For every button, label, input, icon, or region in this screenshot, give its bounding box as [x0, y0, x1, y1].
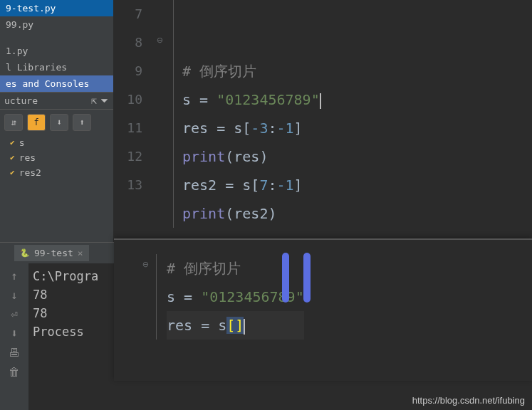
sort-icon[interactable]: ⇵ [4, 114, 23, 131]
text-caret [320, 93, 321, 109]
variable-item[interactable]: ✔s [0, 135, 113, 150]
text-caret [244, 319, 245, 335]
variable-item[interactable]: ✔res [0, 150, 113, 165]
matched-bracket: ] [235, 317, 244, 334]
fold-gutter: ⊖ [157, 0, 174, 228]
fold-end-icon[interactable]: ⊖ [157, 34, 162, 46]
settings-icon[interactable]: ⏷ [100, 95, 109, 106]
wrap-icon[interactable]: ⏎ [6, 308, 23, 321]
line-gutter: 7 8 9 10 11 12 13 [114, 0, 157, 228]
console-gutter: ↑ ↓ ⏎ ⬇ 🖶 🗑 [0, 263, 28, 410]
var-icon: ✔ [10, 168, 15, 177]
file-item[interactable]: 99.py [0, 16, 113, 33]
code-content[interactable]: # 倒序切片 s = "0123456789" res = s[] [157, 254, 304, 340]
var-icon: ✔ [10, 138, 15, 147]
close-icon[interactable]: × [78, 248, 83, 258]
tab-bar: 🐍 99-test × [0, 242, 114, 263]
fold-gutter: ⊖ [114, 254, 157, 340]
expand-icon[interactable]: ⬇ [50, 114, 68, 131]
comment: # 倒序切片 [182, 63, 256, 80]
code-editor-popup[interactable]: ⊖ # 倒序切片 s = "0123456789" res = s[] [114, 238, 532, 381]
matched-bracket: [ [226, 317, 235, 334]
variable-item[interactable]: ✔res2 [0, 165, 113, 180]
code-editor[interactable]: 7 8 9 10 11 12 13 ⊖ # 倒序切片 s = "01234567… [114, 0, 532, 228]
console-panel: ↑ ↓ ⏎ ⬇ 🖶 🗑 C:\Progra 78 78 Process [0, 263, 114, 410]
console-output[interactable]: C:\Progra 78 78 Process [28, 263, 103, 410]
editor-tab[interactable]: 🐍 99-test × [14, 245, 89, 261]
python-icon: 🐍 [20, 248, 30, 258]
watermark: https://blog.csdn.net/ifubing [412, 395, 525, 406]
structure-toolbar: ⇵ f ⬇ ⬆ [0, 110, 113, 135]
filter-fields-icon[interactable]: f [27, 114, 46, 131]
print-icon[interactable]: 🖶 [6, 346, 23, 359]
var-icon: ✔ [10, 153, 15, 162]
trash-icon[interactable]: 🗑 [6, 365, 23, 379]
file-item[interactable]: 9-test.py [0, 0, 113, 16]
collapse-icon[interactable]: ⇱ [91, 95, 97, 106]
collapse-all-icon[interactable]: ⬆ [73, 114, 91, 131]
structure-header: ucture ⇱ ⏷ [0, 92, 113, 110]
libs-item[interactable]: l Libraries [0, 59, 113, 75]
up-icon[interactable]: ↑ [6, 269, 23, 283]
fold-end-icon[interactable]: ⊖ [142, 258, 148, 270]
comment: # 倒序切片 [167, 260, 241, 277]
file-item[interactable]: 1.py [0, 43, 113, 59]
scroll-icon[interactable]: ⬇ [6, 327, 23, 340]
code-content[interactable]: # 倒序切片 s = "0123456789" res = s[-3:-1] p… [174, 0, 321, 228]
down-icon[interactable]: ↓ [6, 288, 23, 302]
consoles-item[interactable]: es and Consoles [0, 75, 113, 92]
